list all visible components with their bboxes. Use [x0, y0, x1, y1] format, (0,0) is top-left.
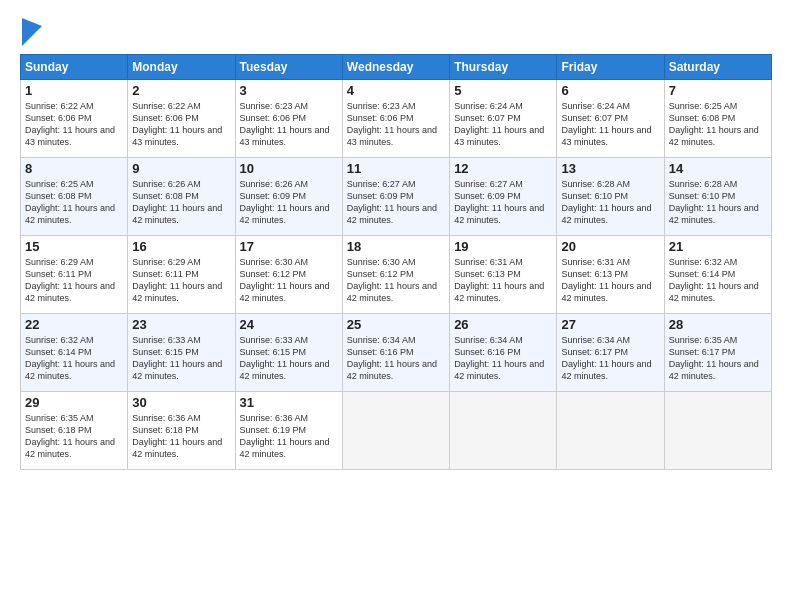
calendar-cell: 20 Sunrise: 6:31 AMSunset: 6:13 PMDaylig… — [557, 236, 664, 314]
calendar-cell: 16 Sunrise: 6:29 AMSunset: 6:11 PMDaylig… — [128, 236, 235, 314]
day-info: Sunrise: 6:23 AMSunset: 6:06 PMDaylight:… — [347, 101, 437, 147]
calendar-cell: 26 Sunrise: 6:34 AMSunset: 6:16 PMDaylig… — [450, 314, 557, 392]
day-number: 17 — [240, 239, 338, 254]
calendar-cell — [342, 392, 449, 470]
calendar-cell: 24 Sunrise: 6:33 AMSunset: 6:15 PMDaylig… — [235, 314, 342, 392]
calendar-row: 8 Sunrise: 6:25 AMSunset: 6:08 PMDayligh… — [21, 158, 772, 236]
day-number: 21 — [669, 239, 767, 254]
day-info: Sunrise: 6:24 AMSunset: 6:07 PMDaylight:… — [561, 101, 651, 147]
weekday-header: Tuesday — [235, 55, 342, 80]
day-info: Sunrise: 6:27 AMSunset: 6:09 PMDaylight:… — [454, 179, 544, 225]
calendar-cell: 31 Sunrise: 6:36 AMSunset: 6:19 PMDaylig… — [235, 392, 342, 470]
day-info: Sunrise: 6:25 AMSunset: 6:08 PMDaylight:… — [25, 179, 115, 225]
day-number: 29 — [25, 395, 123, 410]
day-number: 5 — [454, 83, 552, 98]
day-number: 2 — [132, 83, 230, 98]
day-number: 20 — [561, 239, 659, 254]
day-number: 25 — [347, 317, 445, 332]
calendar-cell: 28 Sunrise: 6:35 AMSunset: 6:17 PMDaylig… — [664, 314, 771, 392]
day-number: 9 — [132, 161, 230, 176]
day-number: 1 — [25, 83, 123, 98]
calendar-cell: 22 Sunrise: 6:32 AMSunset: 6:14 PMDaylig… — [21, 314, 128, 392]
calendar-cell — [557, 392, 664, 470]
day-number: 4 — [347, 83, 445, 98]
calendar-cell: 29 Sunrise: 6:35 AMSunset: 6:18 PMDaylig… — [21, 392, 128, 470]
day-info: Sunrise: 6:35 AMSunset: 6:17 PMDaylight:… — [669, 335, 759, 381]
day-number: 18 — [347, 239, 445, 254]
calendar-cell: 10 Sunrise: 6:26 AMSunset: 6:09 PMDaylig… — [235, 158, 342, 236]
day-info: Sunrise: 6:32 AMSunset: 6:14 PMDaylight:… — [669, 257, 759, 303]
day-number: 13 — [561, 161, 659, 176]
day-info: Sunrise: 6:24 AMSunset: 6:07 PMDaylight:… — [454, 101, 544, 147]
calendar-cell: 23 Sunrise: 6:33 AMSunset: 6:15 PMDaylig… — [128, 314, 235, 392]
calendar-row: 29 Sunrise: 6:35 AMSunset: 6:18 PMDaylig… — [21, 392, 772, 470]
day-number: 28 — [669, 317, 767, 332]
day-info: Sunrise: 6:29 AMSunset: 6:11 PMDaylight:… — [25, 257, 115, 303]
calendar-cell: 2 Sunrise: 6:22 AMSunset: 6:06 PMDayligh… — [128, 80, 235, 158]
day-info: Sunrise: 6:32 AMSunset: 6:14 PMDaylight:… — [25, 335, 115, 381]
day-number: 3 — [240, 83, 338, 98]
logo — [20, 18, 42, 46]
day-info: Sunrise: 6:36 AMSunset: 6:18 PMDaylight:… — [132, 413, 222, 459]
day-info: Sunrise: 6:22 AMSunset: 6:06 PMDaylight:… — [132, 101, 222, 147]
day-number: 14 — [669, 161, 767, 176]
header — [20, 18, 772, 46]
calendar-cell: 5 Sunrise: 6:24 AMSunset: 6:07 PMDayligh… — [450, 80, 557, 158]
day-info: Sunrise: 6:33 AMSunset: 6:15 PMDaylight:… — [240, 335, 330, 381]
calendar-cell: 7 Sunrise: 6:25 AMSunset: 6:08 PMDayligh… — [664, 80, 771, 158]
day-number: 31 — [240, 395, 338, 410]
calendar-cell: 3 Sunrise: 6:23 AMSunset: 6:06 PMDayligh… — [235, 80, 342, 158]
weekday-header: Thursday — [450, 55, 557, 80]
day-number: 8 — [25, 161, 123, 176]
calendar-cell: 1 Sunrise: 6:22 AMSunset: 6:06 PMDayligh… — [21, 80, 128, 158]
svg-marker-0 — [22, 18, 42, 46]
day-info: Sunrise: 6:22 AMSunset: 6:06 PMDaylight:… — [25, 101, 115, 147]
day-info: Sunrise: 6:36 AMSunset: 6:19 PMDaylight:… — [240, 413, 330, 459]
day-info: Sunrise: 6:30 AMSunset: 6:12 PMDaylight:… — [240, 257, 330, 303]
day-number: 7 — [669, 83, 767, 98]
calendar-cell: 27 Sunrise: 6:34 AMSunset: 6:17 PMDaylig… — [557, 314, 664, 392]
weekday-header: Friday — [557, 55, 664, 80]
day-info: Sunrise: 6:34 AMSunset: 6:16 PMDaylight:… — [347, 335, 437, 381]
day-info: Sunrise: 6:29 AMSunset: 6:11 PMDaylight:… — [132, 257, 222, 303]
day-number: 15 — [25, 239, 123, 254]
day-info: Sunrise: 6:30 AMSunset: 6:12 PMDaylight:… — [347, 257, 437, 303]
day-number: 6 — [561, 83, 659, 98]
calendar-cell: 17 Sunrise: 6:30 AMSunset: 6:12 PMDaylig… — [235, 236, 342, 314]
day-number: 16 — [132, 239, 230, 254]
day-number: 30 — [132, 395, 230, 410]
page: SundayMondayTuesdayWednesdayThursdayFrid… — [0, 0, 792, 612]
calendar-cell: 11 Sunrise: 6:27 AMSunset: 6:09 PMDaylig… — [342, 158, 449, 236]
day-info: Sunrise: 6:31 AMSunset: 6:13 PMDaylight:… — [454, 257, 544, 303]
weekday-header: Monday — [128, 55, 235, 80]
calendar-row: 15 Sunrise: 6:29 AMSunset: 6:11 PMDaylig… — [21, 236, 772, 314]
calendar-cell: 25 Sunrise: 6:34 AMSunset: 6:16 PMDaylig… — [342, 314, 449, 392]
calendar-row: 1 Sunrise: 6:22 AMSunset: 6:06 PMDayligh… — [21, 80, 772, 158]
day-number: 10 — [240, 161, 338, 176]
calendar-cell: 21 Sunrise: 6:32 AMSunset: 6:14 PMDaylig… — [664, 236, 771, 314]
day-number: 11 — [347, 161, 445, 176]
day-info: Sunrise: 6:34 AMSunset: 6:16 PMDaylight:… — [454, 335, 544, 381]
day-info: Sunrise: 6:26 AMSunset: 6:09 PMDaylight:… — [240, 179, 330, 225]
day-info: Sunrise: 6:23 AMSunset: 6:06 PMDaylight:… — [240, 101, 330, 147]
day-info: Sunrise: 6:35 AMSunset: 6:18 PMDaylight:… — [25, 413, 115, 459]
day-number: 19 — [454, 239, 552, 254]
calendar-table: SundayMondayTuesdayWednesdayThursdayFrid… — [20, 54, 772, 470]
day-info: Sunrise: 6:28 AMSunset: 6:10 PMDaylight:… — [669, 179, 759, 225]
calendar-cell: 12 Sunrise: 6:27 AMSunset: 6:09 PMDaylig… — [450, 158, 557, 236]
calendar-cell: 9 Sunrise: 6:26 AMSunset: 6:08 PMDayligh… — [128, 158, 235, 236]
calendar-cell: 18 Sunrise: 6:30 AMSunset: 6:12 PMDaylig… — [342, 236, 449, 314]
day-number: 24 — [240, 317, 338, 332]
weekday-header: Saturday — [664, 55, 771, 80]
calendar-cell — [664, 392, 771, 470]
day-number: 27 — [561, 317, 659, 332]
calendar-cell: 13 Sunrise: 6:28 AMSunset: 6:10 PMDaylig… — [557, 158, 664, 236]
calendar-row: 22 Sunrise: 6:32 AMSunset: 6:14 PMDaylig… — [21, 314, 772, 392]
day-info: Sunrise: 6:33 AMSunset: 6:15 PMDaylight:… — [132, 335, 222, 381]
weekday-header: Sunday — [21, 55, 128, 80]
day-info: Sunrise: 6:26 AMSunset: 6:08 PMDaylight:… — [132, 179, 222, 225]
calendar-cell — [450, 392, 557, 470]
calendar-cell: 30 Sunrise: 6:36 AMSunset: 6:18 PMDaylig… — [128, 392, 235, 470]
day-number: 22 — [25, 317, 123, 332]
calendar-cell: 6 Sunrise: 6:24 AMSunset: 6:07 PMDayligh… — [557, 80, 664, 158]
